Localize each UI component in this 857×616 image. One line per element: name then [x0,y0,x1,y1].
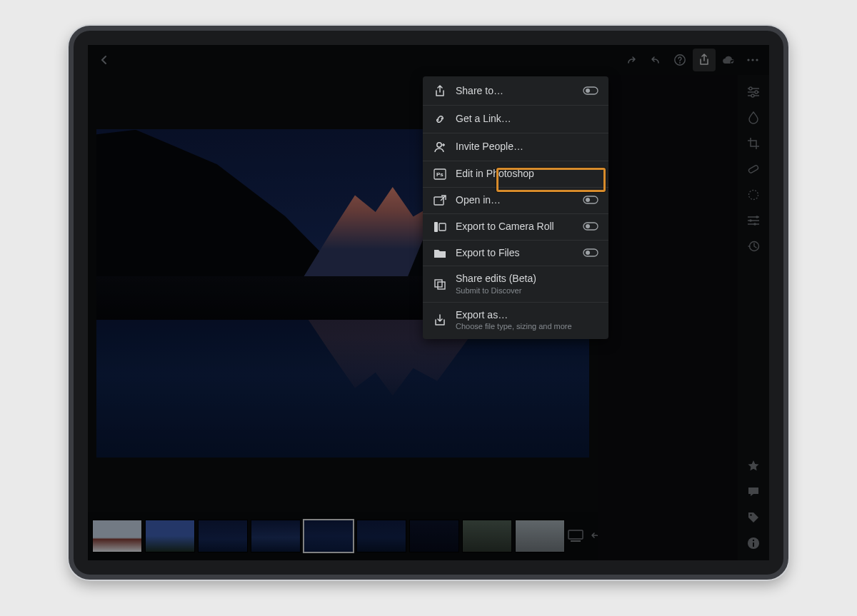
menu-label: Get a Link… [456,113,598,124]
thumb-3[interactable] [198,520,248,552]
tag-icon [747,511,760,524]
back-button[interactable] [93,49,116,71]
right-tool-strip [738,75,769,560]
undo-button[interactable] [644,49,667,71]
svg-rect-19 [753,542,754,547]
svg-rect-7 [571,540,581,542]
color-tool[interactable] [742,105,765,131]
svg-point-1 [679,62,681,64]
thumb-7[interactable] [409,520,459,552]
svg-rect-30 [439,223,446,231]
svg-point-23 [437,143,441,147]
options-icon[interactable] [583,86,598,96]
more-button[interactable] [741,49,764,71]
menu-label: Share to… [456,86,574,96]
cloud-status-button[interactable] [717,49,740,71]
share-icon [698,54,710,66]
svg-point-8 [749,87,752,90]
redo-icon [625,55,638,65]
help-button[interactable] [668,49,691,71]
keywords-tool[interactable] [742,505,765,530]
share-button[interactable] [693,49,716,71]
info-tool[interactable] [742,530,765,556]
cloud-check-icon [721,54,736,66]
share-menu: Share to… Get a Link… Invite People… Ps … [423,76,608,339]
history-icon [747,240,760,253]
menu-share-to[interactable]: Share to… [423,78,608,106]
menu-label: Open in… [456,195,574,206]
thumb-8[interactable] [462,520,512,552]
person-add-icon [433,141,447,153]
edit-panel-column [598,75,738,560]
help-icon [673,54,686,66]
svg-rect-26 [434,197,443,205]
bandage-icon [747,163,760,176]
options-icon[interactable] [583,248,598,258]
svg-rect-6 [568,530,583,539]
thumb-2[interactable] [145,520,195,552]
link-icon [433,113,447,126]
menu-label: Export as… Choose file type, sizing and … [456,310,598,330]
menu-export-files[interactable]: Export to Files [423,241,608,266]
versions-tool[interactable] [742,233,765,259]
menu-invite-people[interactable]: Invite People… [423,133,608,161]
comment-icon [747,485,760,498]
camera-roll-icon [433,221,447,233]
filmstrip [88,512,598,560]
share-icon [433,85,447,98]
menu-label: Export to Files [456,248,574,258]
presets-tool[interactable] [742,208,765,233]
svg-rect-35 [435,280,442,287]
menu-edit-in-photoshop[interactable]: Ps Edit in Photoshop [423,161,608,188]
svg-point-28 [586,198,590,202]
svg-rect-11 [748,165,758,173]
presets-icon [746,215,761,226]
svg-point-34 [586,251,590,255]
heal-tool[interactable] [742,156,765,182]
svg-point-22 [586,89,590,93]
folder-icon [433,248,447,258]
options-icon[interactable] [583,196,598,206]
svg-point-5 [756,59,758,61]
menu-export-as[interactable]: Export as… Choose file type, sizing and … [423,303,608,338]
svg-point-4 [751,59,753,61]
more-icon [746,58,759,62]
top-toolbar [88,45,769,75]
droplet-icon [747,111,760,124]
thumb-6[interactable] [356,520,406,552]
svg-point-17 [750,514,752,516]
svg-point-9 [755,91,758,94]
layers-icon [433,278,447,290]
thumb-5-selected[interactable] [304,520,354,552]
thumb-9[interactable] [515,520,565,552]
svg-text:Ps: Ps [436,171,443,178]
svg-point-3 [747,59,749,61]
options-icon[interactable] [583,222,598,232]
menu-label: Edit in Photoshop [456,168,598,179]
menu-label: Share edits (Beta) Submit to Discover [456,273,598,294]
svg-point-15 [753,223,756,226]
svg-point-14 [749,219,752,222]
menu-export-camera-roll[interactable]: Export to Camera Roll [423,214,608,241]
svg-point-13 [756,216,758,218]
mask-tool[interactable] [742,182,765,208]
thumb-1[interactable] [92,520,142,552]
svg-point-20 [753,540,754,541]
filmstrip-picker-button[interactable] [568,522,583,550]
menu-open-in[interactable]: Open in… [423,188,608,214]
chevron-left-icon [99,54,110,66]
adjust-tool[interactable] [742,79,765,105]
comments-tool[interactable] [742,479,765,505]
undo-icon [649,55,662,65]
redo-button[interactable] [620,49,643,71]
export-icon [433,314,447,327]
thumb-4[interactable] [251,520,301,552]
mask-icon [747,188,760,201]
rating-tool[interactable] [742,453,765,479]
tablet-frame: Share to… Get a Link… Invite People… Ps … [69,26,788,580]
crop-tool[interactable] [742,131,765,156]
star-icon [747,460,760,473]
menu-share-edits[interactable]: Share edits (Beta) Submit to Discover [423,266,608,302]
svg-point-12 [749,191,758,200]
menu-get-link[interactable]: Get a Link… [423,106,608,133]
